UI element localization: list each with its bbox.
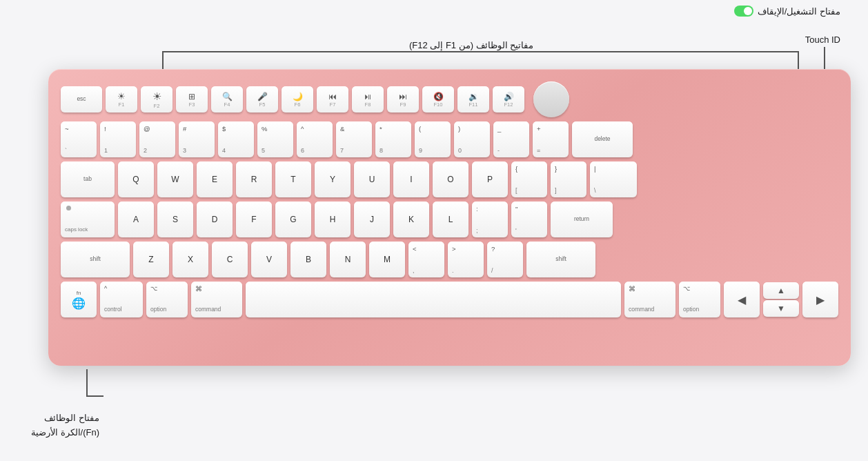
key-comma[interactable]: < ,: [408, 242, 444, 277]
fn-bracket-right: [798, 51, 799, 70]
key-arrow-up[interactable]: ▲: [763, 282, 799, 299]
key-f1[interactable]: ☀ F1: [106, 86, 137, 112]
key-command-right[interactable]: ⌘ command: [624, 282, 675, 317]
function-keys-annotation: مفاتيح الوظائف (من F1 إلى F12): [409, 40, 533, 50]
key-u[interactable]: U: [354, 161, 390, 197]
key-f9[interactable]: ⏭ F9: [387, 86, 419, 112]
key-arrow-down[interactable]: ▼: [763, 300, 799, 317]
touch-id-label: Touch ID: [805, 35, 840, 45]
key-s[interactable]: S: [157, 202, 193, 237]
keyboard-body: esc ☀ F1 ☀ F2 ⊞ F3 🔍 F4 🎤 F5: [48, 69, 851, 366]
key-arrow-updown-container: ▲ ▼: [763, 282, 799, 317]
key-shift-left[interactable]: shift: [61, 242, 130, 277]
key-m[interactable]: M: [369, 242, 405, 277]
key-z[interactable]: Z: [133, 242, 169, 277]
key-f4[interactable]: 🔍 F4: [211, 86, 243, 112]
fn-bracket-left: [162, 51, 164, 70]
key-g[interactable]: G: [275, 202, 311, 237]
key-c[interactable]: C: [212, 242, 248, 277]
key-tab[interactable]: tab: [61, 161, 115, 197]
key-space[interactable]: [246, 282, 621, 317]
key-8[interactable]: * 8: [375, 121, 411, 157]
fn-label-line1: مفتاح الوظائف: [31, 411, 99, 426]
key-backslash[interactable]: | \: [590, 161, 637, 197]
key-option-right[interactable]: ⌥ option: [679, 282, 720, 317]
key-f3[interactable]: ⊞ F3: [176, 86, 208, 112]
key-f12[interactable]: 🔊 F12: [493, 86, 524, 112]
key-control[interactable]: ^ control: [100, 282, 143, 317]
key-h[interactable]: H: [315, 202, 351, 237]
key-0[interactable]: ) 0: [454, 121, 490, 157]
key-w[interactable]: W: [157, 161, 193, 197]
power-label: مفتاح التشغيل/الإيقاف: [758, 6, 840, 17]
key-v[interactable]: V: [251, 242, 287, 277]
key-f10[interactable]: 🔇 F10: [422, 86, 454, 112]
key-f6[interactable]: 🌙 F6: [282, 86, 313, 112]
key-slash[interactable]: ? /: [487, 242, 523, 277]
key-o[interactable]: O: [433, 161, 468, 197]
key-f5[interactable]: 🎤 F5: [246, 86, 278, 112]
keys-container: esc ☀ F1 ☀ F2 ⊞ F3 🔍 F4 🎤 F5: [61, 81, 838, 317]
key-touch-id[interactable]: [533, 81, 569, 117]
key-f7[interactable]: ⏮ F7: [317, 86, 348, 112]
power-toggle-icon: [734, 6, 753, 17]
key-3[interactable]: # 3: [179, 121, 215, 157]
key-p[interactable]: P: [472, 161, 508, 197]
key-period[interactable]: > .: [448, 242, 484, 277]
key-open-bracket[interactable]: { [: [511, 161, 547, 197]
key-n[interactable]: N: [330, 242, 366, 277]
shift-key-row: shift Z X C V B N M < , > . ? / shift: [61, 242, 838, 277]
key-fn-globe[interactable]: fn 🌐: [61, 282, 97, 317]
fn-bracket-top: [162, 51, 799, 52]
fn-globe-line-h: [86, 395, 103, 397]
key-option-left[interactable]: ⌥ option: [146, 282, 188, 317]
key-equals[interactable]: + =: [533, 121, 569, 157]
key-t[interactable]: T: [275, 161, 311, 197]
key-minus[interactable]: _ -: [493, 121, 529, 157]
home-key-row: caps lock A S D F G H J K L : ; " ' retu…: [61, 202, 838, 237]
key-backtick[interactable]: ~ `: [61, 121, 97, 157]
key-1[interactable]: ! 1: [100, 121, 136, 157]
key-k[interactable]: K: [393, 202, 429, 237]
key-7[interactable]: & 7: [336, 121, 372, 157]
key-caps-lock[interactable]: caps lock: [61, 202, 115, 237]
fn-label-line2: (Fn)/الكرة الأرضية: [31, 426, 99, 440]
key-close-bracket[interactable]: } ]: [551, 161, 586, 197]
key-y[interactable]: Y: [315, 161, 351, 197]
qwerty-key-row: tab Q W E R T Y U I O P { [ } ] | \: [61, 161, 838, 197]
key-quote[interactable]: " ': [511, 202, 547, 237]
key-6[interactable]: ^ 6: [297, 121, 333, 157]
key-f2[interactable]: ☀ F2: [141, 86, 172, 112]
key-2[interactable]: @ 2: [139, 121, 175, 157]
key-command-left[interactable]: ⌘ command: [191, 282, 242, 317]
key-return[interactable]: return: [551, 202, 613, 237]
fn-globe-line-v: [86, 369, 88, 395]
key-l[interactable]: L: [433, 202, 468, 237]
key-q[interactable]: Q: [118, 161, 154, 197]
key-e[interactable]: E: [197, 161, 233, 197]
key-a[interactable]: A: [118, 202, 154, 237]
key-9[interactable]: ( 9: [415, 121, 451, 157]
key-f8[interactable]: ⏯ F8: [352, 86, 384, 112]
fn-globe-annotation: مفتاح الوظائف (Fn)/الكرة الأرضية: [31, 411, 99, 440]
key-r[interactable]: R: [236, 161, 272, 197]
key-semicolon[interactable]: : ;: [472, 202, 508, 237]
number-key-row: ~ ` ! 1 @ 2 # 3 $ 4 % 5: [61, 121, 838, 157]
key-4[interactable]: $ 4: [218, 121, 254, 157]
bottom-key-row: fn 🌐 ^ control ⌥ option ⌘ command ⌘ comm…: [61, 282, 838, 317]
power-annotation: مفتاح التشغيل/الإيقاف: [734, 6, 840, 17]
key-f[interactable]: F: [236, 202, 272, 237]
key-i[interactable]: I: [393, 161, 429, 197]
key-delete[interactable]: delete: [572, 121, 633, 157]
key-arrow-right[interactable]: ▶: [802, 282, 838, 317]
key-d[interactable]: D: [197, 202, 233, 237]
key-j[interactable]: J: [354, 202, 390, 237]
key-f11[interactable]: 🔉 F11: [457, 86, 489, 112]
key-b[interactable]: B: [290, 242, 326, 277]
fn-key-row: esc ☀ F1 ☀ F2 ⊞ F3 🔍 F4 🎤 F5: [61, 81, 838, 117]
key-esc[interactable]: esc: [61, 86, 102, 112]
key-x[interactable]: X: [172, 242, 208, 277]
key-shift-right[interactable]: shift: [526, 242, 595, 277]
key-5[interactable]: % 5: [257, 121, 293, 157]
key-arrow-left[interactable]: ◀: [724, 282, 760, 317]
